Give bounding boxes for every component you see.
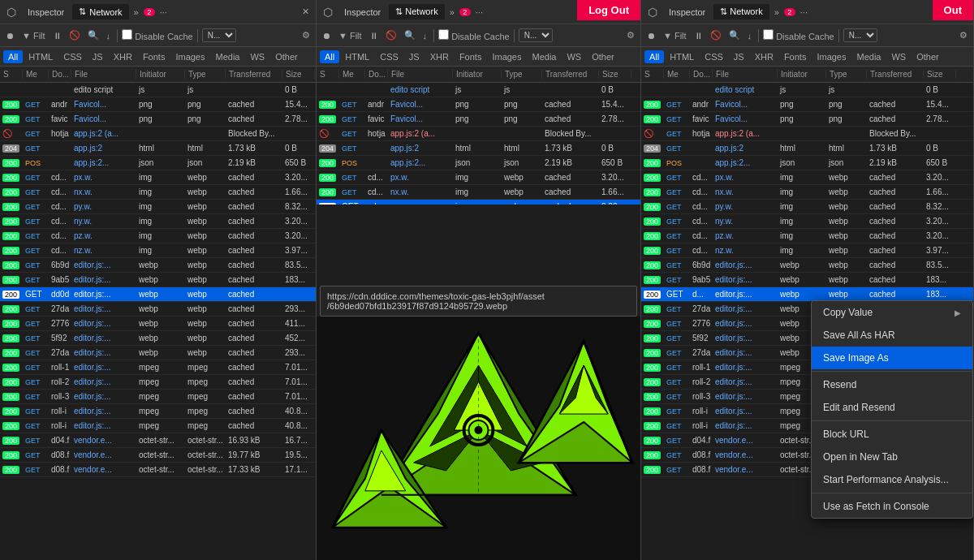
table-row[interactable]: 200GETcd...py.w.imgwebpcached8.32... xyxy=(641,200,973,214)
table-row[interactable]: 🚫 GET hotja app.js:2 (a... Blocked By... xyxy=(0,127,316,141)
logout-button[interactable]: Log Out xyxy=(577,0,640,20)
record-button-m[interactable]: ⏺ xyxy=(320,29,334,42)
table-row[interactable]: 200GETfavicFavicol...pngpngcached2.78... xyxy=(641,112,973,127)
filter-fonts-m[interactable]: Fonts xyxy=(455,50,487,63)
context-menu-item-open-tab[interactable]: Open in New Tab xyxy=(812,446,972,468)
context-menu-item-resend[interactable]: Resend xyxy=(812,373,972,396)
table-row[interactable]: 200GETcd...nz.w.imgwebpcached3.97... xyxy=(0,243,316,258)
gear-button-m[interactable]: ⚙ xyxy=(624,28,637,42)
logout-button-right[interactable]: Out xyxy=(933,0,973,20)
filter-fonts[interactable]: Fonts xyxy=(138,50,170,63)
import-button-m[interactable]: ↓ xyxy=(420,29,430,42)
table-row[interactable]: 200GETcd...nx.w.imgwebpcached1.66... xyxy=(641,185,973,200)
filter-media-m[interactable]: Media xyxy=(527,50,561,63)
table-row[interactable]: 200 GET andr Favicol... png png cached 1… xyxy=(0,97,316,112)
disable-cache-checkbox-r[interactable] xyxy=(763,29,774,40)
table-row[interactable]: 200GETroll-3editor.js:...mpegmpegcached7… xyxy=(0,390,316,404)
filter-other-m[interactable]: Other xyxy=(587,50,619,63)
gear-button-r[interactable]: ⚙ xyxy=(957,28,970,42)
tab-network-left[interactable]: ⇅ Network xyxy=(72,4,128,19)
tab-network-right[interactable]: ⇅ Network xyxy=(713,4,769,19)
table-row[interactable]: 200GETcd...nx.w.imgwebpcached1.66... xyxy=(317,185,640,200)
table-row[interactable]: 200 GET favic Favicol... png png cached … xyxy=(0,112,316,127)
table-row[interactable]: 200GETcd...pz.w.imgwebpcached3.20... xyxy=(641,229,973,243)
filter-all-m[interactable]: All xyxy=(320,50,339,63)
context-menu-item-save-image[interactable]: Save Image As xyxy=(812,347,972,369)
menu-middle[interactable]: ··· xyxy=(472,6,486,19)
devtools-icon[interactable]: ⬡ xyxy=(3,4,19,20)
table-row[interactable]: 🚫GEThotjaapp.js:2 (a...Blocked By... xyxy=(641,127,973,141)
context-menu-item-copy-value[interactable]: Copy Value ▶ xyxy=(812,301,972,324)
filter-button-m[interactable]: ▼ Filt xyxy=(336,29,364,42)
filter-other-r[interactable]: Other xyxy=(912,50,944,63)
more-tabs-left[interactable]: » xyxy=(131,6,142,19)
table-row[interactable]: 200GETandrFavicol...pngpngcached15.4... xyxy=(641,97,973,112)
clear-button-r[interactable]: 🚫 xyxy=(708,28,724,42)
pause-button-m[interactable]: ⏸ xyxy=(367,29,381,42)
filter-ws-m[interactable]: WS xyxy=(562,50,586,63)
tab-network-middle[interactable]: ⇅ Network xyxy=(389,4,444,19)
filter-button[interactable]: ▼ Filt xyxy=(19,29,48,42)
table-row[interactable]: 200GET9ab5editor.js:...webpwebpcached183… xyxy=(0,273,316,287)
menu-left[interactable]: ··· xyxy=(157,6,170,19)
filter-images-m[interactable]: Images xyxy=(487,50,526,63)
filter-ws[interactable]: WS xyxy=(245,50,269,63)
search-button[interactable]: 🔍 xyxy=(85,28,101,42)
table-row[interactable]: 200GETd04.fvendor.e...octet-str...octet-… xyxy=(0,433,316,448)
table-row[interactable]: 200POSapp.js:2...jsonjson2.19 kB650 B xyxy=(317,156,640,170)
filter-css-r[interactable]: CSS xyxy=(700,50,728,63)
filter-css[interactable]: CSS xyxy=(58,50,87,63)
filter-html-r[interactable]: HTML xyxy=(665,50,699,63)
table-row[interactable]: 204GETapp.js:2htmlhtml1.73 kB0 B xyxy=(641,141,973,156)
table-row[interactable]: 200GETfavicFavicol...pngpngcached2.78... xyxy=(317,112,640,127)
table-row[interactable]: 200GETcd...px.w.imgwebpcached3.20... xyxy=(0,170,316,185)
filter-css-m[interactable]: CSS xyxy=(375,50,403,63)
throttle-select[interactable]: N... xyxy=(202,28,236,42)
context-menu-item-save-har[interactable]: Save All As HAR xyxy=(812,324,972,347)
filter-button-r[interactable]: ▼ Filt xyxy=(661,29,689,42)
throttle-select-m[interactable]: N... xyxy=(519,28,553,42)
table-row[interactable]: 200GET9ab5editor.js:...webpwebpcached183… xyxy=(641,273,973,287)
filter-ws-r[interactable]: WS xyxy=(886,50,911,63)
context-menu-item-fetch-console[interactable]: Use as Fetch in Console xyxy=(812,495,972,518)
filter-images[interactable]: Images xyxy=(170,50,209,63)
filter-xhr-m[interactable]: XHR xyxy=(425,50,454,63)
more-tabs-right[interactable]: » xyxy=(771,6,782,19)
table-row[interactable]: 200GET2776editor.js:...webpwebpcached411… xyxy=(0,317,316,331)
disable-cache-checkbox[interactable] xyxy=(122,29,132,40)
table-row[interactable]: 200GET6b9deditor.js:...webpwebpcached83.… xyxy=(0,258,316,273)
tab-inspector-right[interactable]: Inspector xyxy=(662,5,712,19)
table-row[interactable]: 200 POS app.js:2... json json 2.19 kB 65… xyxy=(0,156,316,170)
filter-js-m[interactable]: JS xyxy=(404,50,425,63)
table-row[interactable]: 200GET27daeditor.js:...webpwebpcached293… xyxy=(0,346,316,360)
table-row[interactable]: 204 GET app.js:2 html html 1.73 kB 0 B xyxy=(0,141,316,156)
table-body-middle[interactable]: edito scriptjsjs0 B 200GETandrFavicol...… xyxy=(317,83,640,205)
filter-images-r[interactable]: Images xyxy=(812,50,851,63)
table-row[interactable]: 200GETcd...ny.w.imgwebpcached3.20... xyxy=(0,214,316,229)
table-row[interactable]: 200GET6b9deditor.js:...webpwebpcached83.… xyxy=(641,258,973,273)
table-row[interactable]: 200GETcd...py.w.imgwebpcached8.32... xyxy=(0,200,316,214)
table-row[interactable]: 200GET5f92editor.js:...webpwebpcached452… xyxy=(0,331,316,346)
filter-html[interactable]: HTML xyxy=(24,50,58,63)
table-row[interactable]: edito scriptjsjs0 B xyxy=(317,83,640,97)
filter-js[interactable]: JS xyxy=(88,50,108,63)
filter-media-r[interactable]: Media xyxy=(851,50,886,63)
table-row[interactable]: 200GETroll-ieditor.js:...mpegmpegcached4… xyxy=(0,404,316,419)
table-row[interactable]: 200GETroll-1editor.js:...mpegmpegcached7… xyxy=(0,360,316,375)
record-button-r[interactable]: ⏺ xyxy=(644,29,658,42)
filter-fonts-r[interactable]: Fonts xyxy=(779,50,812,63)
table-row[interactable]: 200GETcd...nx.w.imgwebpcached1.66... xyxy=(0,185,316,200)
pause-button[interactable]: ⏸ xyxy=(50,29,64,42)
context-menu-item-edit-resend[interactable]: Edit and Resend xyxy=(812,396,972,419)
table-row-selected[interactable]: 200GETdd0deditor.js:...webpwebpcached xyxy=(0,287,316,302)
filter-all[interactable]: All xyxy=(3,50,23,63)
table-row[interactable]: 200GETd08.fvendor.e...octet-str...octet-… xyxy=(0,448,316,463)
filter-xhr[interactable]: XHR xyxy=(109,50,137,63)
table-row[interactable]: 200GETandrFavicol...pngpngcached15.4... xyxy=(317,97,640,112)
context-menu-item-block-url[interactable]: Block URL xyxy=(812,423,972,446)
search-button-m[interactable]: 🔍 xyxy=(402,28,418,42)
table-row[interactable]: 200GETcd...px.w.imgwebpcached3.20... xyxy=(641,170,973,185)
tab-inspector-left[interactable]: Inspector xyxy=(21,5,71,19)
search-button-r[interactable]: 🔍 xyxy=(726,28,743,42)
filter-other[interactable]: Other xyxy=(270,50,303,63)
